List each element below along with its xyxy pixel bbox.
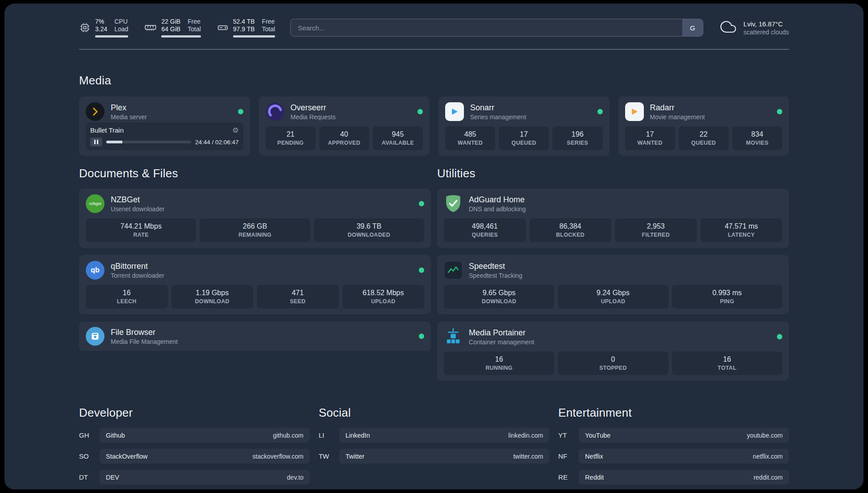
stat-tile: 498,461 QUERIES — [444, 218, 526, 242]
bookmark-abbr: LI — [319, 431, 339, 439]
stat-tile: 196 SERIES — [552, 126, 602, 150]
service-card-plex[interactable]: Plex Media server Bullet Train ⚙ 24:44 /… — [79, 96, 250, 156]
status-dot — [777, 109, 782, 114]
bookmark-link-reddit[interactable]: Reddit reddit.com — [579, 470, 789, 485]
cpu-label: CPU — [114, 18, 128, 25]
bookmark-link-netflix[interactable]: Netflix netflix.com — [579, 449, 789, 464]
bookmark-abbr: DT — [79, 473, 100, 481]
stat-tile: 9.24 Gbps UPLOAD — [558, 285, 668, 309]
overseerr-icon — [266, 102, 284, 121]
settings-gear-icon[interactable]: ⚙ — [232, 127, 238, 134]
service-card-sonarr[interactable]: Sonarr Series management 485 WANTED 17 Q… — [438, 96, 609, 156]
playback-progress-fill — [106, 141, 122, 143]
service-name: Media Portainer — [469, 328, 534, 338]
cpu-widget: 7% 3.24 CPU Load — [79, 18, 128, 38]
stat-tile: 39.6 TB DOWNLOADED — [314, 218, 424, 242]
bookmark-abbr: NF — [558, 452, 579, 460]
section-media: Media Plex Media server Bullet Train — [79, 74, 789, 156]
memory-free-label: Free — [188, 18, 201, 25]
service-name: File Browser — [111, 327, 178, 337]
section-title-developer: Developer — [79, 406, 310, 420]
cpu-usage-bar-fill — [95, 35, 128, 38]
cpu-usage-value: 7% — [95, 18, 107, 25]
service-card-adguard[interactable]: AdGuard Home DNS and adblocking 498,461 … — [437, 188, 789, 248]
dashboard-window: 7% 3.24 CPU Load — [4, 4, 864, 489]
stat-tile: 9.65 Gbps DOWNLOAD — [444, 285, 554, 309]
plex-now-playing: Bullet Train ⚙ 24:44 / 02:06:47 — [86, 122, 243, 150]
bookmark-abbr: GH — [79, 431, 100, 439]
cpu-icon — [79, 22, 91, 33]
status-dot — [419, 334, 424, 339]
memory-free-value: 22 GiB — [161, 18, 180, 25]
stat-tile: 0 STOPPED — [558, 351, 668, 375]
service-card-overseerr[interactable]: Overseerr Media Requests 21 PENDING 40 A… — [259, 96, 430, 156]
status-dot — [417, 109, 423, 114]
status-dot — [419, 201, 424, 206]
section-title-documents: Documents & Files — [79, 167, 431, 180]
resource-widgets: 7% 3.24 CPU Load — [79, 18, 275, 38]
bookmark-reddit: RE Reddit reddit.com — [558, 470, 789, 485]
service-card-filebrowser[interactable]: File Browser Media File Management — [79, 322, 431, 351]
bookmark-abbr: YT — [558, 431, 579, 439]
nzbget-icon: nzbget — [86, 194, 104, 213]
service-subtitle: Media File Management — [111, 338, 178, 346]
stat-tile: 16 RUNNING — [444, 351, 554, 375]
cpu-load-label: Load — [114, 25, 128, 33]
filebrowser-icon — [86, 327, 104, 346]
service-name: Radarr — [650, 103, 705, 113]
service-subtitle: Movie management — [650, 113, 705, 121]
service-card-nzbget[interactable]: nzbget NZBGet Usenet downloader 744.21 M… — [79, 188, 431, 248]
service-subtitle: Speedtest Tracking — [469, 272, 522, 280]
stat-tile: 16 LEECH — [86, 285, 168, 309]
memory-widget: 22 GiB 64 GiB Free Total — [144, 18, 200, 38]
service-name: Sonarr — [470, 103, 526, 113]
section-title-utilities: Utilities — [437, 167, 789, 180]
header-divider — [79, 49, 789, 50]
service-card-radarr[interactable]: Radarr Movie management 17 WANTED 22 QUE… — [618, 96, 789, 156]
service-subtitle: DNS and adblocking — [469, 205, 526, 213]
service-name: NZBGet — [111, 195, 165, 205]
bookmark-link-twitter[interactable]: Twitter twitter.com — [339, 449, 550, 464]
cloud-icon — [718, 19, 738, 37]
service-name: Overseerr — [291, 103, 336, 113]
pause-button[interactable] — [90, 138, 102, 146]
stat-tile: 485 WANTED — [445, 126, 495, 150]
service-name: Plex — [111, 103, 147, 113]
now-playing-title: Bullet Train — [90, 126, 124, 134]
pause-icon — [97, 140, 98, 144]
service-card-portainer[interactable]: Media Portainer Container management 16 … — [437, 322, 789, 381]
section-documents: Documents & Files nzbget NZBGet Usenet d… — [79, 167, 431, 381]
disk-free-label: Free — [262, 18, 275, 25]
stat-tile: 0.993 ms PING — [672, 285, 782, 309]
service-subtitle: Torrent downloader — [111, 272, 164, 280]
bookmark-link-stackoverflow[interactable]: StackOverflow stackoverflow.com — [100, 449, 310, 464]
disk-widget: 52.4 TB 97.9 TB Free Total — [217, 18, 275, 38]
service-card-qbittorrent[interactable]: qb qBittorrent Torrent downloader 16 LEE… — [79, 255, 431, 314]
service-subtitle: Usenet downloader — [111, 205, 165, 213]
service-name: qBittorrent — [111, 261, 164, 271]
radarr-icon — [625, 102, 644, 121]
service-card-speedtest[interactable]: Speedtest Speedtest Tracking 9.65 Gbps D… — [437, 255, 789, 314]
bookmark-youtube: YT YouTube youtube.com — [558, 428, 789, 443]
search-provider-button[interactable]: G — [682, 19, 703, 36]
memory-icon — [144, 21, 157, 34]
bookmark-linkedin: LI LinkedIn linkedin.com — [319, 428, 550, 443]
sonarr-icon — [445, 102, 464, 121]
status-dot — [419, 267, 424, 273]
bookmark-link-dev[interactable]: DEV dev.to — [100, 470, 310, 485]
bookmark-link-linkedin[interactable]: LinkedIn linkedin.com — [339, 428, 550, 443]
bookmark-link-youtube[interactable]: YouTube youtube.com — [579, 428, 789, 443]
cpu-usage-bar — [95, 35, 128, 38]
weather-condition: scattered clouds — [743, 28, 789, 36]
bookmark-stackoverflow: SO StackOverflow stackoverflow.com — [79, 449, 310, 464]
disk-icon — [217, 22, 229, 33]
stat-tile: 16 TOTAL — [672, 351, 782, 375]
search-input[interactable] — [290, 19, 703, 37]
stat-tile: 266 GB REMAINING — [200, 218, 310, 242]
section-title-media: Media — [79, 74, 789, 88]
top-bar: 7% 3.24 CPU Load — [79, 18, 789, 38]
bookmark-dev: DT DEV dev.to — [79, 470, 310, 485]
stat-tile: 86,384 BLOCKED — [530, 218, 612, 242]
section-title-entertainment: Entertainment — [558, 406, 789, 420]
bookmark-link-github[interactable]: Github github.com — [100, 428, 310, 443]
